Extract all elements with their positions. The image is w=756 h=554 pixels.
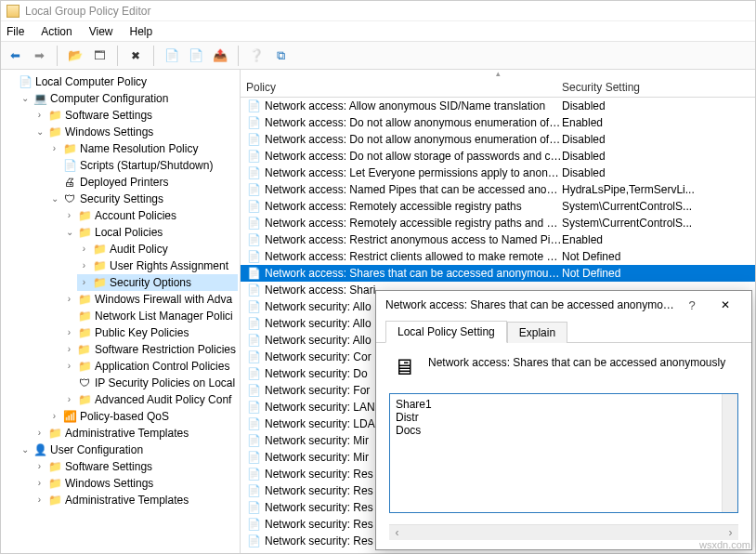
properties-button[interactable]: [162, 46, 182, 66]
tree-uc-windows[interactable]: Windows Settings: [33, 475, 238, 492]
dialog-help-button[interactable]: [675, 294, 709, 316]
folder-icon: [47, 108, 62, 123]
tree-security-options[interactable]: Security Options: [77, 274, 238, 291]
policy-setting: Disabled: [562, 99, 755, 112]
tree-windows-firewall[interactable]: Windows Firewall with Adva: [62, 291, 238, 308]
policy-row[interactable]: Network access: Do not allow storage of …: [241, 148, 755, 165]
tree-ipsec[interactable]: IP Security Policies on Local: [62, 375, 238, 391]
tree-software-settings[interactable]: Software Settings: [33, 107, 238, 124]
tree-security-settings[interactable]: Security Settings: [47, 191, 238, 207]
folder-icon: [77, 325, 92, 340]
tree-network-list-policies[interactable]: Network List Manager Polici: [62, 308, 238, 324]
tab-local-policy-setting[interactable]: Local Policy Setting: [385, 321, 507, 343]
menu-action[interactable]: Action: [41, 25, 72, 38]
folder-icon: [77, 309, 92, 323]
forward-button[interactable]: [29, 46, 49, 66]
tree-windows-settings[interactable]: Windows Settings: [33, 124, 238, 140]
tree-uc-software[interactable]: Software Settings: [33, 458, 238, 475]
tree-user-rights[interactable]: User Rights Assignment: [77, 257, 238, 274]
policy-row[interactable]: Network access: Do not allow anonymous e…: [241, 114, 755, 131]
policy-icon: [246, 133, 261, 146]
policy-name: Network access: Do not allow anonymous e…: [265, 133, 562, 146]
scroll-left-arrow[interactable]: ‹: [389, 525, 405, 540]
vertical-scrollbar[interactable]: [722, 394, 737, 512]
policy-icon: [246, 367, 261, 380]
folder-icon: [77, 292, 92, 307]
menu-view[interactable]: View: [89, 25, 113, 38]
dialog-titlebar[interactable]: Network access: Shares that can be acces…: [376, 291, 751, 319]
policy-icon: [246, 501, 261, 514]
splitter-grip[interactable]: [241, 70, 755, 77]
policy-setting: Enabled: [562, 233, 755, 246]
tree-root[interactable]: Local Computer Policy: [3, 73, 238, 90]
computer-icon: [33, 91, 47, 106]
scroll-right-arrow[interactable]: ›: [723, 525, 738, 540]
policy-icon: [246, 451, 261, 464]
script-icon: [62, 158, 77, 173]
policy-icon: [246, 317, 261, 330]
policy-icon: [246, 150, 261, 163]
tree-admin-templates-cc[interactable]: Administrative Templates: [33, 425, 238, 442]
delete-button[interactable]: [125, 46, 146, 66]
dialog-heading: Network access: Shares that can be acces…: [428, 352, 725, 369]
tree-public-key[interactable]: Public Key Policies: [62, 324, 238, 341]
tree-computer-config[interactable]: Computer Configuration: [18, 90, 238, 107]
refresh-button[interactable]: [210, 46, 230, 66]
tree-software-restriction[interactable]: Software Restriction Policies: [62, 341, 238, 358]
tree-user-config[interactable]: User Configuration: [18, 442, 238, 458]
policy-row[interactable]: Network access: Restrict clients allowed…: [241, 248, 755, 265]
header-policy[interactable]: Policy: [246, 81, 562, 94]
policy-setting: Disabled: [562, 133, 755, 146]
policy-row[interactable]: Network access: Restrict anonymous acces…: [241, 231, 755, 248]
back-button[interactable]: [5, 46, 25, 66]
separator: [153, 46, 154, 66]
tree-advanced-audit[interactable]: Advanced Audit Policy Conf: [62, 391, 238, 408]
window-title: Local Group Policy Editor: [25, 5, 150, 18]
menu-help[interactable]: Help: [130, 25, 153, 38]
policy-setting: System\CurrentControlS...: [562, 200, 755, 213]
policy-row[interactable]: Network access: Allow anonymous SID/Name…: [241, 98, 755, 114]
folder-icon: [92, 275, 107, 290]
tree-policy-qos[interactable]: Policy-based QoS: [47, 408, 238, 425]
policy-row[interactable]: Network access: Remotely accessible regi…: [241, 198, 755, 215]
tree-application-control[interactable]: Application Control Policies: [62, 358, 238, 375]
policy-name: Network access: Restrict anonymous acces…: [265, 233, 562, 246]
tree-printers[interactable]: Deployed Printers: [47, 174, 238, 191]
tree-panel[interactable]: Local Computer Policy Computer Configura…: [1, 70, 241, 553]
policy-setting: Disabled: [562, 166, 755, 179]
dialog-close-button[interactable]: [709, 294, 742, 316]
up-button[interactable]: [65, 46, 85, 66]
export-list-button[interactable]: [186, 46, 206, 66]
horizontal-scrollbar[interactable]: ‹ ›: [389, 524, 738, 540]
policy-setting: Enabled: [562, 116, 755, 129]
policy-row[interactable]: Network access: Let Everyone permissions…: [241, 165, 755, 181]
menubar: File Action View Help: [1, 21, 755, 42]
tab-explain[interactable]: Explain: [507, 322, 567, 343]
tree-audit-policy[interactable]: Audit Policy: [77, 241, 238, 257]
policy-row[interactable]: Network access: Named Pipes that can be …: [241, 181, 755, 198]
shares-textarea[interactable]: [390, 394, 722, 512]
tree-local-policies[interactable]: Local Policies: [62, 224, 238, 241]
folder-icon: [47, 493, 62, 508]
qos-icon: [62, 409, 77, 424]
toolbar: [1, 42, 755, 70]
policy-icon: [246, 468, 261, 481]
dialog-tabs: Local Policy Setting Explain: [376, 319, 751, 343]
tree-scripts[interactable]: Scripts (Startup/Shutdown): [47, 157, 238, 174]
header-security[interactable]: Security Setting: [562, 81, 755, 94]
menu-file[interactable]: File: [7, 25, 24, 38]
list-header[interactable]: Policy Security Setting: [241, 77, 755, 98]
policy-setting: Not Defined: [562, 267, 755, 280]
help-button[interactable]: [246, 46, 267, 66]
show-tree-button[interactable]: [89, 46, 110, 66]
titlebar[interactable]: Local Group Policy Editor: [1, 1, 755, 21]
policy-row[interactable]: Network access: Shares that can be acces…: [241, 265, 755, 282]
policy-icon: [246, 284, 261, 297]
filter-button[interactable]: [270, 46, 291, 66]
tree-name-resolution[interactable]: Name Resolution Policy: [47, 140, 238, 157]
policy-icon: [246, 300, 261, 313]
tree-account-policies[interactable]: Account Policies: [62, 207, 238, 224]
policy-row[interactable]: Network access: Remotely accessible regi…: [241, 215, 755, 231]
policy-row[interactable]: Network access: Do not allow anonymous e…: [241, 131, 755, 148]
tree-uc-admin[interactable]: Administrative Templates: [33, 492, 238, 508]
